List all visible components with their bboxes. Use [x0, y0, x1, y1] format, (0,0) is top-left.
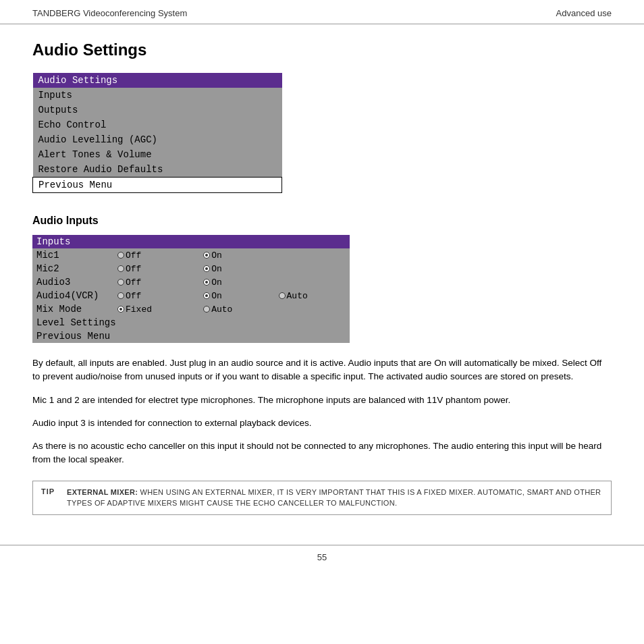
menu-item-echo-control[interactable]: Echo Control	[33, 117, 282, 132]
audio4vcr-on[interactable]: On	[199, 289, 274, 302]
table-row: Mic1 Off On	[32, 248, 350, 262]
audio-inputs-section: Audio Inputs Inputs Mic1 Off	[32, 215, 612, 343]
table-row: Mic2 Off On	[32, 262, 350, 275]
header-left: TANDBERG Videoconferencing System	[32, 8, 187, 18]
mic1-off-radio[interactable]	[117, 252, 124, 259]
tip-label: TIP	[41, 487, 60, 495]
audio3-on[interactable]: On	[199, 275, 274, 289]
audio4vcr-off-radio[interactable]	[117, 292, 124, 299]
audio-inputs-title: Audio Inputs	[32, 215, 612, 227]
audio3-on-radio[interactable]	[203, 279, 210, 286]
page-header: TANDBERG Videoconferencing System Advanc…	[0, 0, 644, 24]
level-settings[interactable]: Level Settings	[32, 316, 350, 329]
menu-item-restore-defaults[interactable]: Restore Audio Defaults	[33, 162, 282, 178]
tip-body: When using an external mixer, it is very…	[67, 488, 601, 508]
audio3-label: Audio3	[32, 275, 113, 289]
inputs-previous-menu[interactable]: Previous Menu	[32, 329, 350, 343]
mix-mode-fixed[interactable]: Fixed	[113, 302, 199, 316]
mic1-on-radio[interactable]	[203, 252, 210, 259]
header-right: Advanced use	[556, 8, 612, 18]
table-row[interactable]: Previous Menu	[32, 329, 350, 343]
mix-mode-auto-radio[interactable]	[203, 306, 210, 313]
audio3-off-radio[interactable]	[117, 279, 124, 286]
body-paragraph-2: Mic 1 and 2 are intended for electret ty…	[32, 394, 612, 407]
body-paragraph-1: By default, all inputs are enabled. Just…	[32, 356, 612, 384]
menu-item-outputs[interactable]: Outputs	[33, 103, 282, 117]
mic2-on-radio[interactable]	[203, 265, 210, 272]
table-row: Audio4(VCR) Off On Aut	[32, 289, 350, 302]
menu-item-previous-menu[interactable]: Previous Menu	[33, 178, 282, 193]
mix-mode-label: Mix Mode	[32, 302, 113, 316]
mix-mode-auto[interactable]: Auto	[199, 302, 274, 316]
inputs-header: Inputs	[32, 235, 350, 248]
audio4vcr-auto-radio[interactable]	[279, 292, 286, 299]
menu-item-inputs[interactable]: Inputs	[33, 88, 282, 103]
inputs-table: Inputs Mic1 Off On	[32, 235, 350, 343]
mic1-on[interactable]: On	[199, 248, 274, 262]
audio3-off[interactable]: Off	[113, 275, 199, 289]
audio4vcr-on-radio[interactable]	[203, 292, 210, 299]
page-footer: 55	[0, 545, 644, 569]
tip-bold: External mixer:	[67, 488, 138, 496]
mix-mode-fixed-radio[interactable]	[117, 306, 124, 313]
audio-settings-menu: Audio Settings Inputs Outputs Echo Contr…	[32, 73, 282, 193]
menu-item-alert-tones[interactable]: Alert Tones & Volume	[33, 147, 282, 162]
mic2-off[interactable]: Off	[113, 262, 199, 275]
mic2-off-radio[interactable]	[117, 265, 124, 272]
table-row: Audio3 Off On	[32, 275, 350, 289]
page-title: Audio Settings	[32, 41, 612, 59]
body-paragraph-4: As there is no acoustic echo canceller o…	[32, 439, 612, 467]
mic2-label: Mic2	[32, 262, 113, 275]
menu-item-audio-levelling[interactable]: Audio Levelling (AGC)	[33, 132, 282, 147]
tip-text: External mixer: When using an external m…	[67, 487, 603, 509]
menu-header: Audio Settings	[33, 73, 282, 88]
audio4vcr-label: Audio4(VCR)	[32, 289, 113, 302]
page-number: 55	[317, 552, 327, 562]
table-row[interactable]: Level Settings	[32, 316, 350, 329]
audio4vcr-off[interactable]: Off	[113, 289, 199, 302]
mic2-on[interactable]: On	[199, 262, 274, 275]
mic1-label: Mic1	[32, 248, 113, 262]
mic1-off[interactable]: Off	[113, 248, 199, 262]
tip-box: TIP External mixer: When using an extern…	[32, 481, 612, 515]
table-row: Mix Mode Fixed Auto	[32, 302, 350, 316]
body-paragraph-3: Audio input 3 is intended for connection…	[32, 417, 612, 430]
audio4vcr-auto[interactable]: Auto	[275, 289, 350, 302]
